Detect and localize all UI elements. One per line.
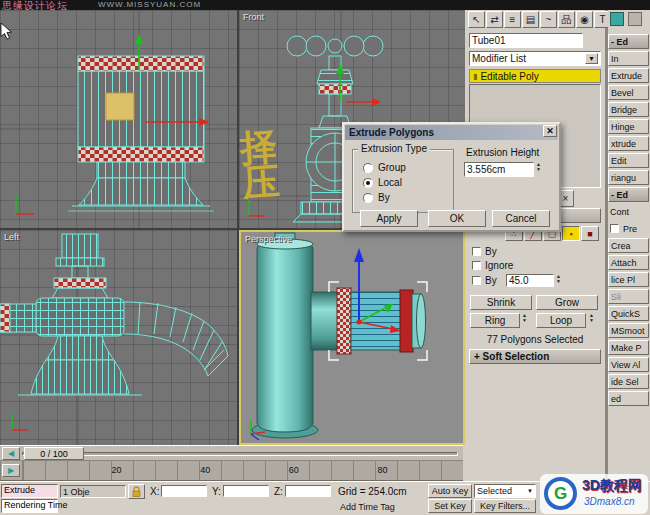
z-coord-field[interactable] xyxy=(285,485,331,497)
panel-item-ed[interactable]: ed xyxy=(608,391,649,406)
panel-item-label: Extrude xyxy=(611,71,642,81)
timeline-tick-label: 60 xyxy=(289,465,299,475)
panel-item-sli[interactable]: Sli xyxy=(608,289,649,304)
panel-tab-icon-2[interactable] xyxy=(628,12,642,26)
time-slider-handle[interactable]: 0 / 100 xyxy=(24,447,84,460)
panel-item-xtrude[interactable]: xtrude xyxy=(608,136,649,151)
grow-button[interactable]: Grow xyxy=(536,295,598,310)
selection-filter-dropdown[interactable]: Selected ▼ xyxy=(474,484,536,498)
ring-button[interactable]: Ring xyxy=(470,313,520,328)
loop-spinner[interactable]: ▲▼ xyxy=(589,313,594,323)
panel-item-idesel[interactable]: ide Sel xyxy=(608,374,649,389)
ok-button[interactable]: OK xyxy=(428,210,486,227)
key-filters-button[interactable]: Key Filters... xyxy=(474,499,536,513)
next-frame-icon[interactable]: ▶ xyxy=(2,464,20,477)
panel-item-extrude[interactable]: Extrude xyxy=(608,68,649,83)
track-bar[interactable]: ▶ 20406080100 xyxy=(0,461,463,481)
panel-item-licepl[interactable]: lice Pl xyxy=(608,272,649,287)
by-vertex-checkbox[interactable]: By xyxy=(472,246,497,257)
schematic-view-icon[interactable]: 品 xyxy=(558,11,575,28)
auto-key-button[interactable]: Auto Key xyxy=(428,484,472,498)
soft-selection-rollout-header[interactable]: + Soft Selection xyxy=(469,349,601,364)
panel-item-label: In xyxy=(611,54,619,64)
checkbox-icon[interactable] xyxy=(472,276,481,285)
chevron-down-icon[interactable]: ▼ xyxy=(585,53,598,64)
angle-spinner[interactable]: ▲▼ xyxy=(556,274,561,284)
dialog-title: Extrude Polygons xyxy=(349,127,434,138)
radio-local[interactable]: Local xyxy=(363,177,402,188)
maxscript-listener-line1[interactable]: Extrude xyxy=(1,484,58,498)
calligraphy-watermark: 择 压 xyxy=(239,129,281,202)
x-coord-field[interactable] xyxy=(161,485,207,497)
radio-icon[interactable] xyxy=(363,163,373,173)
panel-item-ed[interactable]: - Ed xyxy=(608,187,649,202)
set-key-button[interactable]: Set Key xyxy=(428,499,472,513)
dialog-titlebar[interactable]: Extrude Polygons xyxy=(345,125,558,140)
radio-group[interactable]: Group xyxy=(363,162,406,173)
ignore-label: Ignore xyxy=(485,260,513,271)
panel-item-bridge[interactable]: Bridge xyxy=(608,102,649,117)
watermark-site-name: 思缘设计论坛 xyxy=(2,0,68,10)
extrusion-height-field[interactable]: 3.556cm xyxy=(464,162,534,177)
time-slider-track[interactable] xyxy=(22,452,458,456)
radio-icon[interactable] xyxy=(363,178,373,188)
ring-spinner[interactable]: ▲▼ xyxy=(522,313,527,323)
panel-item-crea[interactable]: Crea xyxy=(608,238,649,253)
by-angle-checkbox[interactable]: By xyxy=(472,275,497,286)
ignore-backfacing-checkbox[interactable]: Ignore xyxy=(472,260,513,271)
panel-item-label: riangu xyxy=(611,173,636,183)
layer-manager-icon[interactable]: ▤ xyxy=(522,11,539,28)
radio-icon[interactable] xyxy=(363,193,373,203)
shrink-button[interactable]: Shrink xyxy=(470,295,532,310)
previous-frame-icon[interactable]: ◀ xyxy=(2,447,20,460)
apply-button[interactable]: Apply xyxy=(360,210,418,227)
panel-item-msmoot[interactable]: MSmoot xyxy=(608,323,649,338)
loop-button[interactable]: Loop xyxy=(536,313,586,328)
modifier-list-dropdown[interactable]: Modifier List ▼ xyxy=(469,51,601,66)
panel-item-edit[interactable]: Edit xyxy=(608,153,649,168)
panel-item-label: ed xyxy=(611,394,621,404)
panel-item-ed[interactable]: - Ed xyxy=(608,34,649,49)
cancel-button[interactable]: Cancel xyxy=(492,210,550,227)
mirror-icon[interactable]: ⇄ xyxy=(486,11,503,28)
angle-value-field[interactable]: 45.0 xyxy=(506,274,554,287)
extrusion-height-spinner[interactable]: ▲▼ xyxy=(536,162,541,172)
modifier-stack-active-row[interactable]: ▮ Editable Poly xyxy=(469,69,601,83)
by-angle-label: By xyxy=(485,275,497,286)
panel-item-attach[interactable]: Attach xyxy=(608,255,649,270)
polygon-mode-icon[interactable]: ▪ xyxy=(562,226,580,241)
z-coord-label: Z: xyxy=(274,486,283,497)
maxscript-listener-line2[interactable]: Rendering Time xyxy=(1,499,58,513)
selection-status-text: 77 Polygons Selected xyxy=(469,334,601,345)
add-time-tag[interactable]: Add Time Tag xyxy=(340,502,395,512)
element-mode-icon[interactable]: ■ xyxy=(581,226,599,241)
panel-item-riangu[interactable]: riangu xyxy=(608,170,649,185)
panel-item-in[interactable]: In xyxy=(608,51,649,66)
panel-item-quicks[interactable]: QuickS xyxy=(608,306,649,321)
panel-item-pre[interactable]: Pre xyxy=(608,221,649,236)
edit-polygons-panel-strip: - EdInExtrudeBevelBridgeHingextrudeEditr… xyxy=(608,10,650,484)
panel-item-hinge[interactable]: Hinge xyxy=(608,119,649,134)
viewport-top[interactable] xyxy=(0,10,237,228)
y-coord-field[interactable] xyxy=(223,485,269,497)
radio-by[interactable]: By xyxy=(363,192,390,203)
viewport-perspective[interactable]: Perspective xyxy=(239,230,465,445)
checkbox-icon[interactable] xyxy=(472,261,481,270)
panel-item-makep[interactable]: Make P xyxy=(608,340,649,355)
close-icon[interactable]: ✕ xyxy=(543,125,557,137)
object-name-field[interactable]: Tube01 xyxy=(469,33,583,48)
x-coord-label: X: xyxy=(150,486,159,497)
checkbox-icon[interactable] xyxy=(472,247,481,256)
select-tool-icon[interactable]: ↖ xyxy=(468,11,485,28)
checkbox-icon[interactable] xyxy=(610,224,619,233)
panel-tab-icon[interactable] xyxy=(610,12,624,26)
align-icon[interactable]: ≡ xyxy=(504,11,521,28)
top-watermark-bar: 思缘设计论坛 WWW.MISSYUAN.COM xyxy=(0,0,650,10)
panel-item-bevel[interactable]: Bevel xyxy=(608,85,649,100)
curve-editor-icon[interactable]: ~ xyxy=(540,11,557,28)
viewport-left[interactable]: Left xyxy=(0,230,237,445)
material-editor-icon[interactable]: ◉ xyxy=(576,11,593,28)
panel-item-viewal[interactable]: View Al xyxy=(608,357,649,372)
panel-item-label: Pre xyxy=(623,224,637,234)
selection-lock-icon[interactable] xyxy=(128,484,145,499)
